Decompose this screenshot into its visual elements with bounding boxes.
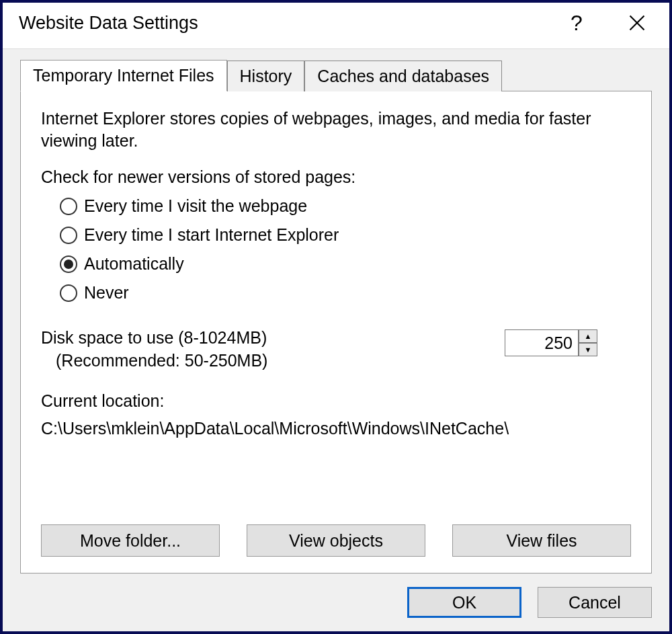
cancel-button[interactable]: Cancel [538, 587, 652, 618]
website-data-settings-dialog: Website Data Settings ? Temporary Intern… [0, 0, 672, 634]
disk-space-row: Disk space to use (8-1024MB) (Recommende… [41, 327, 631, 372]
current-location-label: Current location: [41, 391, 631, 411]
help-icon: ? [571, 11, 583, 36]
radio-label: Automatically [84, 254, 184, 274]
radio-label: Never [84, 283, 129, 303]
disk-space-spinner: 250 ▲ ▼ [505, 329, 597, 356]
tab-caches-and-databases[interactable]: Caches and databases [304, 61, 502, 91]
check-newer-versions-radio-group: Every time I visit the webpage Every tim… [60, 196, 631, 312]
radio-icon [60, 284, 77, 302]
current-location-path: C:\Users\mklein\AppData\Local\Microsoft\… [41, 419, 631, 438]
spinner-down-button[interactable]: ▼ [579, 343, 597, 356]
disk-space-input[interactable]: 250 [505, 329, 579, 356]
tab-strip: Temporary Internet Files History Caches … [20, 59, 652, 91]
titlebar: Website Data Settings ? [3, 3, 669, 49]
disk-space-label-line2: (Recommended: 50-250MB) [56, 350, 267, 372]
tab-temporary-internet-files[interactable]: Temporary Internet Files [20, 60, 227, 91]
radio-icon [60, 198, 77, 215]
view-files-button[interactable]: View files [452, 524, 631, 557]
radio-label: Every time I visit the webpage [84, 196, 307, 216]
move-folder-button[interactable]: Move folder... [41, 524, 220, 557]
radio-icon [60, 227, 77, 244]
description-text: Internet Explorer stores copies of webpa… [41, 108, 631, 151]
radio-every-start[interactable]: Every time I start Internet Explorer [60, 225, 631, 245]
radio-automatically[interactable]: Automatically [60, 254, 631, 274]
close-button[interactable] [617, 9, 657, 36]
tab-panel-temporary-internet-files: Internet Explorer stores copies of webpa… [20, 91, 652, 573]
tab-history[interactable]: History [227, 61, 305, 91]
spinner-buttons: ▲ ▼ [579, 329, 597, 356]
panel-button-row: Move folder... View objects View files [41, 524, 631, 557]
chevron-down-icon: ▼ [585, 346, 592, 354]
disk-space-label: Disk space to use (8-1024MB) (Recommende… [41, 327, 267, 372]
spinner-up-button[interactable]: ▲ [579, 329, 597, 343]
disk-space-label-line1: Disk space to use (8-1024MB) [41, 327, 267, 350]
help-button[interactable]: ? [556, 9, 597, 36]
dialog-body: Temporary Internet Files History Caches … [3, 49, 669, 631]
ok-button[interactable]: OK [407, 587, 521, 618]
radio-never[interactable]: Never [60, 283, 631, 303]
dialog-button-row: OK Cancel [20, 573, 652, 618]
view-objects-button[interactable]: View objects [247, 524, 425, 557]
radio-label: Every time I start Internet Explorer [84, 225, 339, 245]
close-icon [628, 13, 646, 32]
chevron-up-icon: ▲ [585, 332, 592, 340]
dialog-title: Website Data Settings [19, 13, 536, 34]
radio-every-visit[interactable]: Every time I visit the webpage [60, 196, 631, 216]
check-newer-versions-label: Check for newer versions of stored pages… [41, 167, 631, 187]
radio-icon [60, 255, 77, 273]
